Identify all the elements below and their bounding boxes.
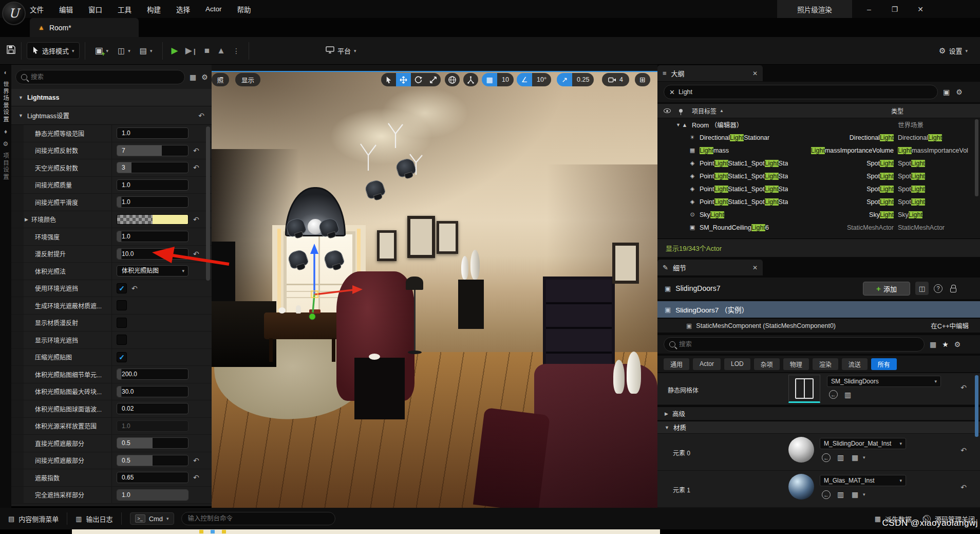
outliner-row[interactable]: ◈PointLightStatic1_SpotLightStaSpotLight…	[657, 157, 980, 170]
filter-chip-所有[interactable]: 所有	[871, 358, 897, 370]
outliner-search[interactable]: ✕	[664, 85, 938, 99]
view-mode-button[interactable]: 照	[212, 73, 229, 86]
filter-chip-物理[interactable]: 物理	[783, 358, 809, 370]
reset-icon[interactable]: ↶	[960, 483, 967, 491]
reset-icon[interactable]: ↶	[960, 446, 967, 454]
use-selected-asset-icon[interactable]: ←	[822, 490, 831, 499]
material-asset-dropdown[interactable]: M_SlidingDoor_Mat_Inst▾	[820, 438, 906, 449]
filter-chip-渲染[interactable]: 渲染	[813, 358, 838, 370]
browse-to-asset-icon[interactable]: ▥	[837, 490, 844, 499]
expander-icon[interactable]: ▶	[25, 217, 28, 222]
reset-icon[interactable]: ↶	[198, 112, 204, 120]
filter-chip-Actor[interactable]: Actor	[693, 358, 721, 370]
type-column-header[interactable]: 类型	[891, 106, 903, 115]
static-mesh-asset-dropdown[interactable]: SM_SlidingDoors▾	[827, 376, 941, 387]
close-icon[interactable]: ✕	[752, 70, 758, 77]
cinematics-dropdown[interactable]: ▤▾	[135, 43, 157, 59]
close-button[interactable]: ✕	[910, 0, 931, 18]
outliner-row[interactable]: ▦LightmassLightmassImportanceVolumeLight…	[657, 144, 980, 157]
outliner-row[interactable]: ▣SM_RoundCeilingLight6StaticMeshActorSta…	[657, 221, 980, 234]
world-coord-toggle[interactable]	[445, 73, 460, 86]
console-command-input[interactable]	[181, 512, 335, 525]
reset-icon[interactable]: ↶	[960, 383, 967, 392]
scale-tool[interactable]	[426, 73, 441, 86]
use-selected-asset-icon[interactable]: ←	[822, 453, 831, 462]
add-component-button[interactable]: +添加	[863, 282, 910, 296]
menu-文件[interactable]: 文件	[30, 4, 44, 14]
value-input[interactable]: 0.65	[117, 472, 189, 483]
viewport[interactable]: .spotg{width:36px;height:32px;background…	[212, 65, 657, 509]
material-thumbnail[interactable]	[788, 437, 814, 463]
component-row-instance[interactable]: ▣ SlidingDoors7 （实例）	[657, 301, 980, 318]
play-options-icon[interactable]: ⋮	[233, 47, 240, 55]
scale-snap-value[interactable]: 0.25	[572, 73, 594, 86]
filter-chip-通用[interactable]: 通用	[664, 358, 689, 370]
details-settings-gear-icon[interactable]: ⚙	[954, 340, 961, 348]
select-mode-dropdown[interactable]: 选择模式▾	[27, 42, 80, 59]
angle-snap-icon[interactable]: ∠	[517, 73, 532, 86]
material-thumbnail[interactable]	[788, 474, 814, 500]
outliner-row[interactable]: ▼▲Room （编辑器）世界场景	[657, 118, 980, 131]
materials-section-header[interactable]: ▼ 材质	[657, 421, 980, 434]
outliner-scrollbar[interactable]	[975, 119, 978, 196]
skip-button[interactable]: ▶❙	[185, 45, 197, 56]
column-view-icon[interactable]: ▦	[190, 73, 196, 81]
rail-project-settings-tab[interactable]: 项目设置	[2, 153, 10, 180]
pin-column-icon[interactable]	[679, 109, 683, 113]
outliner-row[interactable]: ⊙SkyLightSkyLightSkyLight	[657, 208, 980, 221]
value-input[interactable]: 1.0	[117, 179, 189, 191]
value-input[interactable]: 30.0	[117, 386, 189, 397]
filter-chip-杂项[interactable]: 杂项	[754, 358, 780, 370]
minimize-button[interactable]: –	[859, 0, 879, 18]
value-input[interactable]: 10.0	[117, 248, 189, 260]
menu-窗口[interactable]: 窗口	[88, 4, 102, 14]
cmd-dropdown[interactable]: >_ Cmd▾	[130, 512, 174, 525]
value-input[interactable]: 1.0	[117, 127, 189, 139]
details-search-input[interactable]	[679, 341, 919, 348]
section-lightmass-settings[interactable]: ▼ Lightmass设置 ↶	[11, 106, 212, 125]
tab-room[interactable]: ▲ Room*	[30, 18, 139, 37]
value-checkbox[interactable]: ✓	[117, 352, 127, 362]
texture-params-icon[interactable]: ▦	[852, 490, 858, 499]
more-options-icon[interactable]: ▾	[863, 455, 865, 460]
reset-icon[interactable]: ↶	[193, 456, 199, 465]
favorites-star-icon[interactable]: ★	[942, 340, 949, 348]
tab-details[interactable]: ✎ 细节 ✕	[657, 260, 763, 275]
value-input[interactable]: 0.5	[117, 437, 189, 449]
add-folder-icon[interactable]: ▣	[943, 88, 950, 96]
reset-icon[interactable]: ↶	[193, 250, 199, 258]
play-button[interactable]: ▶	[172, 45, 178, 56]
content-drawer-button[interactable]: ▤ 内容侧滑菜单	[0, 508, 67, 529]
add-actor-dropdown[interactable]: ▣+▾	[90, 42, 114, 59]
save-icon[interactable]	[6, 45, 16, 57]
viewport-scene[interactable]: .spotg{width:36px;height:32px;background…	[212, 72, 657, 509]
blueprints-dropdown[interactable]: ◫▾	[113, 43, 135, 59]
value-input[interactable]: 200.0	[117, 369, 189, 380]
camera-speed-button[interactable]: 4	[602, 73, 629, 86]
outliner-row[interactable]: ◈PointLightStatic1_SpotLightStaSpotLight…	[657, 195, 980, 208]
value-checkbox[interactable]: ✓	[117, 283, 127, 293]
move-tool[interactable]	[396, 73, 411, 86]
show-flags-button[interactable]: 显示	[235, 73, 260, 86]
label-column-header[interactable]: 项目标签	[692, 106, 717, 115]
material-asset-dropdown[interactable]: M_Glas_MAT_Inst▾	[820, 475, 906, 486]
value-input[interactable]: 1.0	[117, 196, 189, 208]
browse-to-asset-icon[interactable]: ▥	[844, 391, 851, 399]
value-input[interactable]: 0.5	[117, 455, 189, 466]
project-title-button[interactable]: 照片级渲染	[777, 0, 852, 18]
color-swatch[interactable]	[117, 214, 189, 225]
component-row-staticmesh[interactable]: ▣ StaticMeshComponent (StaticMeshCompone…	[657, 319, 980, 333]
reset-icon[interactable]: ↶	[193, 473, 199, 482]
value-checkbox[interactable]	[117, 335, 127, 345]
close-icon[interactable]: ✕	[752, 264, 758, 271]
value-checkbox[interactable]	[117, 300, 127, 310]
reset-icon[interactable]: ↶	[131, 284, 138, 292]
restore-button[interactable]: ❐	[884, 0, 905, 18]
eject-button[interactable]: ▲	[217, 46, 225, 56]
filter-chip-LOD[interactable]: LOD	[724, 358, 750, 370]
value-input[interactable]: 0.02	[117, 403, 189, 414]
unreal-logo-icon[interactable]: U	[2, 2, 26, 25]
visibility-eye-icon[interactable]	[664, 108, 671, 113]
menu-构建[interactable]: 构建	[147, 4, 161, 14]
angle-snap-value[interactable]: 10°	[532, 73, 551, 86]
